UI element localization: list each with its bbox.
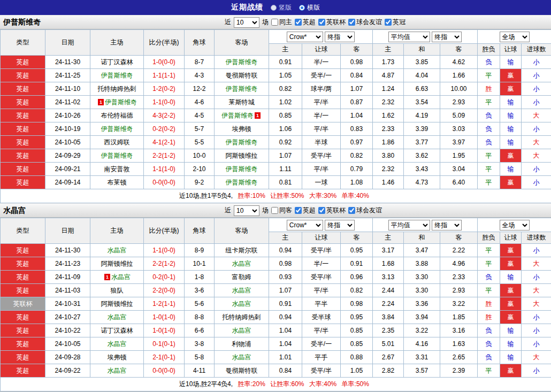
euro-type-select[interactable]: 终指 [432, 220, 462, 230]
score: 0-0(0-0) [144, 364, 185, 378]
home-team-name[interactable]: 诺丁汉森林 [101, 327, 133, 334]
games-label: 场 [262, 18, 269, 27]
scope-select[interactable]: 全场 [500, 32, 530, 42]
away-team-name[interactable]: 托特纳姆热刺 [223, 313, 261, 321]
home-team-name[interactable]: 水晶宫 [111, 273, 131, 281]
league-checkbox[interactable] [348, 207, 355, 214]
home-team-name[interactable]: 布莱顿 [108, 179, 127, 186]
away-team-name[interactable]: 莱斯特城 [229, 98, 255, 106]
league-filter[interactable]: 球会友谊 [348, 206, 382, 215]
home-team-name[interactable]: 诺丁汉森林 [101, 58, 133, 66]
euro-type-select[interactable]: 终指 [432, 32, 462, 42]
home-team-name[interactable]: 狼队 [111, 287, 124, 294]
away-team-name[interactable]: 伊普斯维奇 [221, 112, 254, 119]
league-filter[interactable]: 英超 [295, 206, 316, 215]
league-filter[interactable]: 英联杯 [318, 18, 346, 27]
league-checkbox[interactable] [295, 207, 302, 214]
asia-handicap: 平/半 [302, 96, 341, 109]
away-team-name[interactable]: 埃弗顿 [232, 125, 251, 133]
corner-count: 8-7 [185, 56, 215, 69]
league-filter[interactable]: 英联杯 [318, 206, 346, 215]
away-team-name[interactable]: 水晶宫 [232, 300, 251, 308]
home-team-name[interactable]: 阿斯顿维拉 [101, 260, 133, 267]
same-venue-filter[interactable]: 同主 [271, 18, 292, 27]
euro-away-odds: 4.96 [440, 257, 478, 271]
col-header-type: 类型 [1, 30, 45, 56]
league-checkbox[interactable] [295, 19, 302, 26]
home-team-name[interactable]: 南安普敦 [104, 165, 130, 173]
recent-count-select[interactable]: 10 [234, 205, 259, 216]
match-row: 英超 24-11-02 1伊普斯维奇 1-1(0-0) 4-6 莱斯特城 1.0… [1, 96, 551, 109]
league-checkbox[interactable] [385, 19, 392, 26]
home-team-name[interactable]: 阿斯顿维拉 [101, 300, 133, 308]
away-team-name[interactable]: 水晶宫 [232, 327, 251, 334]
league-badge: 英超 [1, 149, 45, 163]
league-filter[interactable]: 英冠 [385, 18, 405, 27]
away-team-name[interactable]: 伊普斯维奇 [226, 139, 258, 146]
home-team-name[interactable]: 伊普斯维奇 [105, 98, 137, 106]
asia-source-select[interactable]: Crow* [287, 220, 323, 230]
asia-type-select[interactable]: 终指 [325, 32, 355, 42]
layout-radio-label: 竖版 [279, 3, 292, 12]
euro-source-select[interactable]: 平均值 [388, 220, 430, 230]
home-team-name[interactable]: 托特纳姆热刺 [98, 85, 136, 93]
col-header-score: 比分(半场) [144, 30, 185, 56]
home-team-name[interactable]: 埃弗顿 [108, 353, 127, 361]
euro-draw-odds: 4.04 [404, 69, 440, 82]
league-label: 英冠 [393, 18, 405, 27]
col-header-goals: 进球数 [522, 44, 551, 56]
euro-away-odds: 1.95 [440, 149, 478, 163]
away-team-name[interactable]: 伊普斯维奇 [226, 165, 258, 173]
home-team-name[interactable]: 水晶宫 [108, 367, 127, 374]
away-team-name[interactable]: 阿斯顿维拉 [226, 152, 258, 159]
league-checkbox[interactable] [318, 19, 325, 26]
league-checkbox[interactable] [348, 19, 355, 26]
same-venue-checkbox[interactable] [271, 207, 278, 214]
handicap-result-cell: 输 [500, 163, 522, 176]
away-team-name[interactable]: 水晶宫 [232, 260, 251, 267]
corner-count: 5-8 [185, 351, 215, 364]
layout-radio-horizontal[interactable]: 横版 [299, 3, 320, 12]
home-team-name[interactable]: 伊普斯维奇 [101, 125, 133, 133]
home-team-name[interactable]: 伊普斯维奇 [101, 152, 133, 159]
asia-handicap: 受半/一 [302, 337, 341, 351]
home-team-name[interactable]: 西汉姆联 [104, 139, 130, 146]
col-header-handicap-result: 让球 [500, 232, 522, 244]
euro-source-select[interactable]: 平均值 [388, 32, 430, 42]
euro-away-odds: 2.93 [440, 96, 478, 109]
away-team-name[interactable]: 曼彻斯特联 [226, 367, 258, 374]
away-team-name[interactable]: 伊普斯维奇 [226, 85, 258, 93]
result-cell: 负 [478, 337, 500, 351]
recent-count-select[interactable]: 10 [234, 17, 259, 28]
league-filter[interactable]: 球会友谊 [348, 18, 382, 27]
match-row: 英超 24-10-26 布伦特福德 4-3(2-2) 4-5 伊普斯维奇1 0.… [1, 109, 551, 122]
home-team-name[interactable]: 水晶宫 [108, 247, 127, 254]
away-team-name[interactable]: 富勒姆 [232, 273, 251, 281]
away-team-name[interactable]: 伊普斯维奇 [226, 179, 258, 186]
asia-type-select[interactable]: 终指 [325, 220, 355, 230]
away-team-name[interactable]: 曼彻斯特联 [226, 72, 258, 79]
away-team-name[interactable]: 伊普斯维奇 [226, 58, 258, 66]
home-team-cell: 阿斯顿维拉 [90, 257, 144, 271]
scope-select[interactable]: 全场 [500, 220, 530, 230]
layout-radio-vertical[interactable]: 竖版 [271, 3, 292, 12]
league-checkbox[interactable] [318, 207, 325, 214]
euro-home-odds: 2.33 [373, 122, 404, 136]
home-team-name[interactable]: 伊普斯维奇 [101, 72, 133, 79]
home-team-name[interactable]: 布伦特福德 [101, 112, 133, 119]
same-venue-filter[interactable]: 同客 [271, 206, 292, 215]
euro-away-odds: 3.22 [440, 297, 478, 311]
away-team-name[interactable]: 纽卡斯尔联 [226, 247, 258, 254]
home-team-name[interactable]: 水晶宫 [108, 313, 127, 321]
away-team-cell: 伊普斯维奇 [215, 82, 269, 96]
match-row: 英超 24-09-14 布莱顿 0-0(0-0) 9-2 伊普斯维奇 0.81 … [1, 176, 551, 189]
league-filter[interactable]: 英超 [295, 18, 316, 27]
away-team-name[interactable]: 水晶宫 [232, 353, 251, 361]
asia-source-select[interactable]: Crow* [287, 32, 323, 42]
away-team-name[interactable]: 水晶宫 [232, 287, 251, 294]
euro-home-odds: 5.01 [373, 337, 404, 351]
same-venue-checkbox[interactable] [271, 19, 278, 26]
away-team-name[interactable]: 利物浦 [232, 340, 251, 348]
home-team-name[interactable]: 水晶宫 [108, 340, 127, 348]
corner-count: 4-11 [185, 364, 215, 378]
